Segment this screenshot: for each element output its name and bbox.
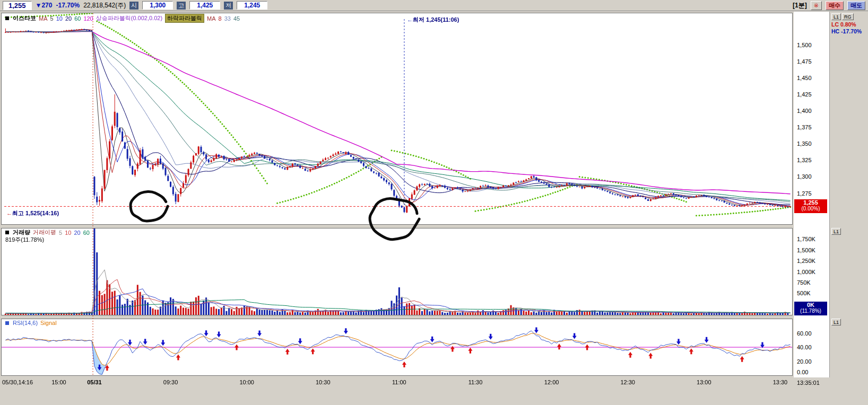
ma-period: 120 (83, 15, 93, 22)
change-value: 270 (41, 2, 52, 9)
price-axis-label: 1,350 (797, 140, 812, 147)
signal-label: Signal (40, 320, 57, 326)
strip-button-rg[interactable]: RG (842, 13, 854, 20)
high-price: 1,425 (189, 1, 220, 10)
chart-settings-icon[interactable]: ※ (811, 1, 822, 10)
rsi-panel-button[interactable]: L1 (831, 319, 841, 325)
low-annotation: ←최저 1,245(11:06) (407, 16, 459, 24)
right-strip: L1RG LC 0.80% HC -17.70% L1 L1 (830, 12, 868, 377)
time-axis-label: 10:00 (239, 379, 254, 385)
series-color-icon (5, 16, 9, 20)
low-label: 저 (224, 2, 233, 10)
time-axis-label: 05/30,14:16 (2, 379, 33, 385)
ma-period: 10 (56, 15, 63, 22)
current-volume-badge: 0K(11.78%) (794, 302, 827, 315)
time-axis-label: 12:30 (620, 379, 635, 385)
ma-label: MA (39, 15, 48, 22)
ma-period: 20 (65, 15, 72, 22)
sell-button[interactable]: 매도 (847, 1, 865, 10)
rsi-axis-label: 60.00 (797, 330, 812, 337)
ma-period: 5 (50, 15, 54, 22)
time-axis-label: 13:30 (773, 379, 788, 385)
volume-current-value: 819주(11.78%) (5, 236, 44, 244)
open-price: 1,300 (142, 1, 173, 10)
volume-axis-label: 1,750K (797, 236, 815, 242)
price-axis-label: 1,400 (797, 108, 812, 114)
price-axis-label: 1,450 (797, 75, 812, 81)
clock: 13:35:01 (797, 380, 820, 386)
left-arrow-icon: ← (407, 16, 413, 23)
time-axis-label: 09:30 (163, 379, 178, 385)
time-axis-label: 12:00 (544, 379, 559, 385)
chart-canvas[interactable] (0, 12, 796, 377)
time-axis-label: 13:00 (697, 379, 711, 385)
price-axis-label: 1,500 (797, 42, 812, 48)
time-axis-label: 15:00 (51, 379, 66, 385)
volume-ma-label: 거래이평 (33, 228, 56, 236)
price-axis-label: 1,300 (797, 173, 812, 180)
change-down-icon: ▼ (36, 2, 42, 9)
ma2-period: 33 (224, 15, 231, 22)
series-color-icon (5, 321, 9, 325)
series-color-icon (5, 231, 9, 234)
volume-ma-period: 60 (83, 230, 90, 236)
hc-value: HC -17.70% (831, 28, 862, 34)
chart-area: 이스타코MA5102060120상승파라볼릭(0.002,0.02)하락파라볼릭… (0, 12, 868, 377)
volume-axis-label: 1,500K (797, 247, 815, 253)
rsi-axis-label: 0.00 (797, 369, 808, 375)
ma2-label: MA (207, 15, 216, 22)
volume-panel-legend: 거래량거래이평5102060 (5, 228, 90, 236)
parabolic-down-label: 하락파라볼릭 (165, 14, 204, 23)
buy-button[interactable]: 매수 (826, 1, 844, 10)
volume-ma-period: 10 (65, 230, 71, 236)
volume-axis-label: 750K (797, 279, 811, 286)
open-label: 시 (129, 2, 138, 10)
price-axis-label: 1,475 (797, 58, 812, 65)
time-axis-label: 10:30 (316, 379, 331, 385)
price-axis-label: 1,275 (797, 190, 812, 197)
rsi-panel-legend: RSI(14,6)Signal (5, 320, 57, 326)
strip-button-l1[interactable]: L1 (831, 13, 841, 20)
value-axis-column: 1,255(0.00%) 0K(11.78%) 1,5001,4751,4501… (794, 12, 830, 377)
volume-ma-period: 20 (74, 230, 80, 236)
current-price-badge: 1,255(0.00%) (794, 199, 827, 213)
time-axis-label: 05/31 (87, 379, 102, 385)
parabolic-up-label: 상승파라볼릭(0.002,0.02) (96, 14, 162, 22)
time-axis-label: 11:30 (468, 379, 483, 385)
lc-value: LC 0.80% (831, 21, 856, 28)
low-price: 1,245 (237, 1, 267, 10)
ma-period: 60 (74, 15, 81, 22)
volume-axis-label: 1,000K (797, 269, 815, 275)
volume-axis-label: 500K (797, 290, 811, 296)
left-arrow-icon: ← (6, 210, 12, 216)
symbol-name: 이스타코 (13, 14, 36, 22)
ma2-period: 8 (219, 15, 222, 22)
high-label: 고 (177, 2, 186, 10)
time-axis: 13:35:01 05/30,14:1615:0005/3109:3010:00… (0, 377, 868, 388)
ma2-period: 45 (233, 15, 240, 22)
price-axis-label: 1,325 (797, 157, 812, 163)
volume-label: 거래량 (13, 228, 30, 236)
price-axis-label: 1,425 (797, 91, 812, 98)
volume-axis-label: 1,250K (797, 258, 815, 264)
rsi-axis-label: 40.00 (797, 344, 812, 350)
volume-panel-button[interactable]: L1 (831, 228, 841, 235)
rsi-axis-label: 20.00 (797, 358, 812, 365)
high-annotation: ←최고 1,525(14:16) (6, 209, 59, 217)
current-price: 1,255 (3, 1, 32, 10)
price-axis-label: 1,375 (797, 124, 812, 130)
price-panel-legend: 이스타코MA5102060120상승파라볼릭(0.002,0.02)하락파라볼릭… (5, 14, 240, 23)
total-volume: 22,818,542(주) (83, 1, 126, 10)
rsi-label: RSI(14,6) (13, 320, 38, 326)
volume-ma-period: 5 (59, 230, 62, 236)
change-percent: -17.70% (56, 2, 80, 9)
topbar: 1,255 ▼270 -17.70% 22,818,542(주) 시 1,300… (0, 0, 868, 11)
time-axis-label: 11:00 (392, 379, 406, 385)
interval-label[interactable]: [1분] (793, 1, 807, 10)
